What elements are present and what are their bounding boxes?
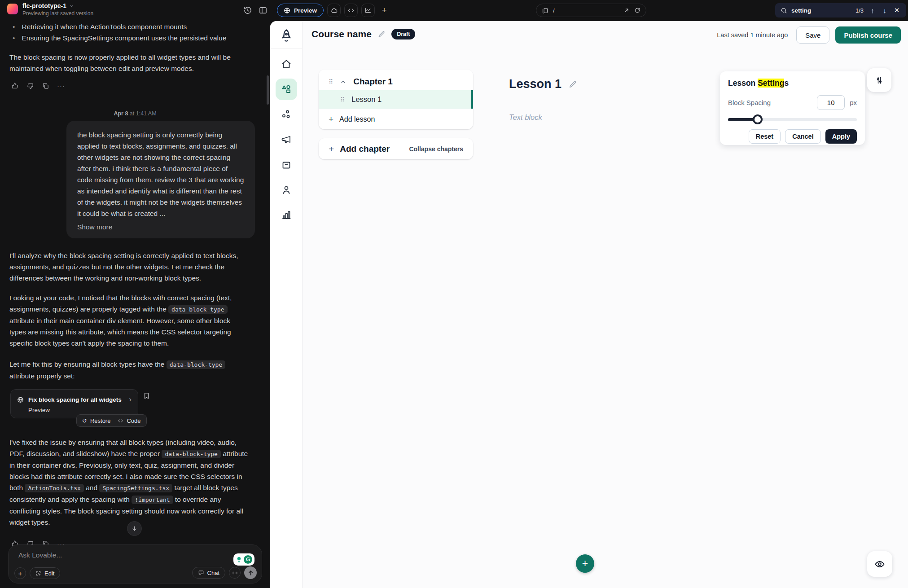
app-preview: Course name Draft Last saved 1 minute ag… bbox=[270, 21, 908, 588]
inline-code: data-block-type bbox=[168, 305, 227, 314]
user-message-bubble: the block spacing setting is only correc… bbox=[66, 121, 255, 238]
send-button[interactable] bbox=[244, 566, 257, 579]
assistant-paragraph: The block spacing is now properly applie… bbox=[9, 52, 247, 74]
drag-handle-icon[interactable]: ⠿ bbox=[329, 78, 333, 85]
refresh-icon[interactable] bbox=[634, 7, 640, 13]
message-timestamp: Apr 8 at 1:41 AM bbox=[0, 110, 270, 117]
more-options-icon[interactable]: ··· bbox=[57, 82, 65, 90]
scroll-to-bottom-button[interactable] bbox=[127, 521, 142, 536]
chat-panel: •Retrieving it when the ActionTools comp… bbox=[0, 21, 270, 588]
settings-title: Lesson Settings bbox=[728, 79, 857, 88]
timestamp-time: at 1:41 AM bbox=[130, 110, 157, 117]
find-previous-button[interactable]: ↑ bbox=[869, 7, 877, 14]
preview-eye-button[interactable] bbox=[867, 551, 892, 577]
grammarly-icon: G bbox=[244, 555, 252, 564]
lesson-settings-panel: Lesson Settings Block Spacing 10 px Rese… bbox=[720, 71, 865, 145]
settings-toggle-button[interactable] bbox=[867, 68, 891, 92]
restore-button[interactable]: ↺Restore bbox=[82, 417, 110, 424]
inline-code: !important bbox=[132, 496, 173, 504]
chat-scrollbar[interactable] bbox=[267, 75, 269, 105]
sidebar-item-announcements-icon[interactable] bbox=[281, 134, 292, 145]
project-menu[interactable]: flc-prototype-1 Previewing last saved ve… bbox=[7, 2, 93, 17]
publish-course-button[interactable]: Publish course bbox=[835, 26, 901, 44]
lesson-list-item-selected[interactable]: ⠿ Lesson 1 bbox=[319, 90, 473, 109]
cancel-button[interactable]: Cancel bbox=[785, 129, 821, 144]
sidebar-item-content-active[interactable] bbox=[276, 79, 297, 100]
find-input[interactable]: setting bbox=[791, 7, 851, 14]
assistant-paragraph: Looking at your code, I noticed that the… bbox=[9, 292, 247, 349]
chevron-down-icon bbox=[69, 4, 74, 9]
text-block-placeholder[interactable]: Text block bbox=[509, 113, 542, 122]
panel-toggle-icon[interactable] bbox=[259, 6, 268, 15]
block-spacing-slider[interactable] bbox=[728, 114, 857, 124]
app-sidebar-rail bbox=[270, 21, 303, 588]
collapse-chevron-icon[interactable] bbox=[340, 79, 347, 85]
inline-code: ActionTools.tsx bbox=[25, 484, 83, 492]
new-tab-button[interactable]: + bbox=[378, 5, 390, 15]
collapse-chapters-button[interactable]: Collapse chapters bbox=[409, 145, 463, 153]
find-next-button[interactable]: ↓ bbox=[881, 7, 889, 14]
course-header-actions: Last saved 1 minute ago Save Publish cou… bbox=[717, 26, 901, 44]
block-spacing-input[interactable]: 10 bbox=[817, 95, 845, 110]
preview-mode-button[interactable]: Preview bbox=[277, 4, 324, 17]
show-more-button[interactable]: Show more bbox=[77, 223, 244, 231]
chapter-row[interactable]: ⠿ Chapter 1 bbox=[319, 73, 473, 90]
add-lesson-button[interactable]: + Add lesson bbox=[319, 109, 473, 129]
code-view-button[interactable] bbox=[344, 4, 358, 17]
url-bar[interactable]: / bbox=[536, 4, 646, 17]
chapter-card: ⠿ Chapter 1 ⠿ Lesson 1 + Add lesson bbox=[319, 70, 473, 129]
shapes-icon bbox=[281, 84, 292, 95]
globe-icon bbox=[17, 396, 24, 403]
chat-input-box[interactable]: G + Edit Chat bbox=[8, 544, 262, 584]
copy-icon[interactable] bbox=[42, 82, 49, 90]
cloud-button[interactable] bbox=[327, 4, 341, 17]
cloud-icon bbox=[330, 7, 338, 14]
inline-code: data-block-type bbox=[162, 450, 220, 458]
add-block-fab[interactable]: + bbox=[576, 554, 594, 573]
version-card-subtitle: Preview bbox=[28, 407, 132, 413]
attach-button[interactable]: + bbox=[14, 567, 26, 579]
sidebar-item-home-icon[interactable] bbox=[281, 59, 292, 70]
bookmark-icon[interactable] bbox=[143, 392, 150, 399]
slider-thumb[interactable] bbox=[753, 114, 763, 124]
chat-text-input[interactable] bbox=[18, 551, 171, 559]
waveform-icon bbox=[232, 570, 238, 576]
last-saved-text: Last saved 1 minute ago bbox=[717, 31, 788, 39]
apply-button[interactable]: Apply bbox=[825, 129, 857, 144]
reset-button[interactable]: Reset bbox=[749, 129, 781, 144]
save-button[interactable]: Save bbox=[796, 26, 829, 44]
voice-input-button[interactable] bbox=[229, 567, 241, 579]
edit-pencil-icon[interactable] bbox=[377, 30, 386, 38]
history-icon[interactable] bbox=[243, 6, 252, 15]
edit-pencil-icon[interactable] bbox=[568, 80, 577, 89]
chevron-right-icon: › bbox=[129, 395, 132, 404]
analytics-button[interactable] bbox=[361, 4, 375, 17]
spacing-unit-label: px bbox=[850, 99, 857, 106]
sidebar-item-nodes-icon[interactable] bbox=[281, 109, 292, 120]
search-icon bbox=[781, 7, 787, 14]
top-bar: flc-prototype-1 Previewing last saved ve… bbox=[0, 0, 908, 21]
view-code-button[interactable]: Code bbox=[118, 417, 140, 424]
find-close-button[interactable]: ✕ bbox=[893, 6, 901, 14]
lovable-logo-icon bbox=[7, 4, 18, 14]
course-header: Course name Draft bbox=[311, 29, 415, 39]
arrow-up-icon bbox=[247, 570, 254, 576]
rocket-logo-icon[interactable] bbox=[278, 28, 294, 44]
draft-status-badge: Draft bbox=[391, 29, 415, 39]
external-link-icon[interactable] bbox=[623, 7, 630, 13]
lesson-title: Lesson 1 bbox=[509, 77, 561, 91]
lesson-item-label: Lesson 1 bbox=[351, 95, 382, 104]
drag-handle-icon[interactable]: ⠿ bbox=[340, 96, 345, 103]
edit-mode-button[interactable]: Edit bbox=[30, 567, 60, 579]
thumbs-up-icon[interactable] bbox=[11, 82, 19, 90]
assistant-bullet-list: •Retrieving it when the ActionTools comp… bbox=[13, 21, 248, 44]
sidebar-item-profile-icon[interactable] bbox=[281, 184, 292, 195]
sidebar-item-analytics-icon[interactable] bbox=[281, 210, 292, 220]
thumbs-down-icon[interactable] bbox=[26, 82, 34, 90]
grammarly-widget[interactable]: G bbox=[233, 553, 254, 566]
rail-divider bbox=[270, 48, 303, 48]
sidebar-item-store-icon[interactable] bbox=[281, 159, 292, 170]
inline-code: SpacingSettings.tsx bbox=[99, 484, 172, 492]
add-chapter-button[interactable]: + Add chapter bbox=[329, 144, 390, 154]
chat-mode-button[interactable]: Chat bbox=[192, 567, 225, 579]
